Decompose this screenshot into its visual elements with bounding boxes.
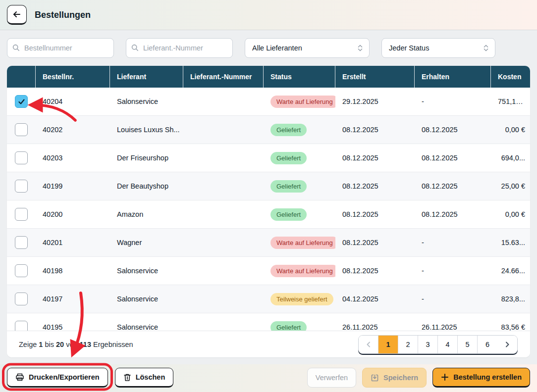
page-button-5[interactable]: 5	[458, 336, 478, 353]
chevron-up-down-icon	[483, 44, 489, 52]
table-header-row: Bestellnr. Lieferant Lieferant.-Nummer S…	[7, 66, 530, 88]
back-button[interactable]	[7, 5, 27, 25]
row-checkbox[interactable]	[15, 293, 28, 305]
bottom-left-actions: Drucken/Exportieren Löschen	[7, 368, 173, 388]
table-row[interactable]: 40195 Salonservice Geliefert 26.11.2025 …	[7, 313, 530, 331]
supplier-cell: Amazon	[110, 210, 183, 218]
supplier-number-input[interactable]	[126, 38, 233, 58]
pagination-prev-button[interactable]	[359, 336, 378, 353]
status-cell: Warte auf Lieferung	[264, 265, 335, 277]
table-row[interactable]: 40204 Salonservice Warte auf Lieferung 2…	[7, 88, 530, 116]
cost-cell: 15.63...	[491, 239, 530, 246]
created-cell: 08.12.2025	[335, 182, 415, 190]
received-cell: -	[415, 295, 491, 303]
supplier-cell: Wagner	[110, 239, 183, 246]
create-order-button[interactable]: Bestellung erstellen	[432, 368, 530, 388]
column-header-status: Status	[264, 66, 335, 88]
cost-cell: 694,0...	[491, 154, 530, 162]
column-header-order: Bestellnr.	[36, 66, 110, 88]
row-checkbox[interactable]	[15, 123, 28, 136]
supplier-number-search	[126, 38, 233, 58]
order-number-cell: 40201	[36, 239, 110, 246]
pagination: 123456	[358, 335, 518, 354]
status-cell: Teilweise geliefert	[264, 293, 335, 305]
search-icon	[12, 44, 20, 51]
status-badge: Geliefert	[270, 124, 307, 136]
row-checkbox[interactable]	[15, 321, 28, 331]
order-number-cell: 40198	[36, 267, 110, 275]
status-cell: Geliefert	[264, 180, 335, 193]
received-cell: -	[415, 267, 491, 275]
received-cell: -	[415, 98, 491, 105]
supplier-cell: Salonservice	[110, 323, 183, 331]
status-badge: Teilweise geliefert	[270, 293, 333, 305]
created-cell: 29.12.2025	[335, 98, 415, 105]
cost-cell: 24.66...	[491, 267, 530, 275]
table-row[interactable]: 40201 Wagner Warte auf Lieferung 08.12.2…	[7, 229, 530, 257]
supplier-cell: Salonservice	[110, 295, 183, 303]
created-cell: 26.11.2025	[335, 323, 415, 331]
supplier-filter-value: Alle Lieferanten	[252, 44, 302, 52]
received-cell: 08.12.2025	[415, 210, 491, 218]
page-button-3[interactable]: 3	[418, 336, 438, 353]
table-row[interactable]: 40197 Salonservice Teilweise geliefert 0…	[7, 285, 530, 313]
table-row[interactable]: 40198 Salonservice Warte auf Lieferung 0…	[7, 257, 530, 285]
discard-button[interactable]: Verwerfen	[307, 368, 356, 388]
created-cell: 08.12.2025	[335, 126, 415, 134]
table-row[interactable]: 40200 Amazon Geliefert 08.12.2025 08.12.…	[7, 200, 530, 229]
row-checkbox[interactable]	[15, 180, 28, 193]
status-badge: Warte auf Lieferung	[270, 265, 335, 277]
order-number-cell: 40199	[36, 182, 110, 190]
bottom-right-actions: Verwerfen Speichern Bestellung erstellen	[307, 368, 530, 388]
status-badge: Geliefert	[270, 208, 307, 221]
status-badge: Geliefert	[270, 180, 307, 193]
row-checkbox[interactable]	[15, 236, 28, 249]
table-footer: Zeige 1 bis 20 von 113 Ergebnissen 12345…	[7, 331, 530, 357]
status-cell: Geliefert	[264, 208, 335, 221]
page-button-6[interactable]: 6	[478, 336, 497, 353]
page-button-1[interactable]: 1	[378, 336, 398, 353]
order-number-cell: 40200	[36, 210, 110, 218]
print-export-button[interactable]: Drucken/Exportieren	[7, 368, 108, 388]
chevron-up-down-icon	[357, 44, 363, 52]
status-badge: Geliefert	[270, 321, 307, 331]
created-cell: 08.12.2025	[335, 154, 415, 162]
printer-icon	[15, 373, 24, 382]
cost-cell: 83,56 €	[491, 323, 530, 331]
received-cell: -	[415, 239, 491, 246]
page-button-4[interactable]: 4	[438, 336, 458, 353]
received-cell: 08.12.2025	[415, 154, 491, 162]
table-row[interactable]: 40202 Louises Luxus Sh... Geliefert 08.1…	[7, 116, 530, 144]
table-row[interactable]: 40203 Der Friseurshop Geliefert 08.12.20…	[7, 144, 530, 172]
cost-cell: 0,00 €	[491, 126, 530, 134]
chevron-right-icon	[504, 341, 511, 348]
page-button-2[interactable]: 2	[398, 336, 418, 353]
column-header-received: Erhalten	[415, 66, 491, 88]
row-checkbox[interactable]	[15, 208, 28, 221]
cost-cell: 751,16...	[491, 98, 530, 105]
supplier-filter-select[interactable]: Alle Lieferanten	[245, 38, 370, 58]
status-filter-select[interactable]: Jeder Status	[381, 38, 495, 58]
row-checkbox[interactable]	[15, 151, 28, 164]
delete-button[interactable]: Löschen	[115, 368, 174, 388]
row-checkbox[interactable]	[15, 95, 28, 108]
supplier-cell: Salonservice	[110, 267, 183, 275]
back-arrow-icon	[12, 9, 22, 19]
row-checkbox[interactable]	[15, 264, 28, 277]
status-badge: Warte auf Lieferung	[270, 237, 335, 249]
filter-bar: Alle Lieferanten Jeder Status	[7, 38, 495, 58]
pagination-next-button[interactable]	[497, 336, 517, 353]
status-cell: Geliefert	[264, 124, 335, 136]
order-number-search	[7, 38, 114, 58]
received-cell: 08.12.2025	[415, 126, 491, 134]
order-number-input[interactable]	[7, 38, 114, 58]
order-number-cell: 40203	[36, 154, 110, 162]
chevron-left-icon	[365, 341, 372, 348]
order-number-cell: 40195	[36, 323, 110, 331]
status-badge: Geliefert	[270, 152, 307, 164]
save-button[interactable]: Speichern	[362, 368, 427, 388]
table-row[interactable]: 40199 Der Beautyshop Geliefert 08.12.202…	[7, 172, 530, 200]
status-filter-value: Jeder Status	[389, 44, 429, 52]
results-summary: Zeige 1 bis 20 von 113 Ergebnissen	[19, 341, 133, 348]
cost-cell: 823,8...	[491, 295, 530, 303]
